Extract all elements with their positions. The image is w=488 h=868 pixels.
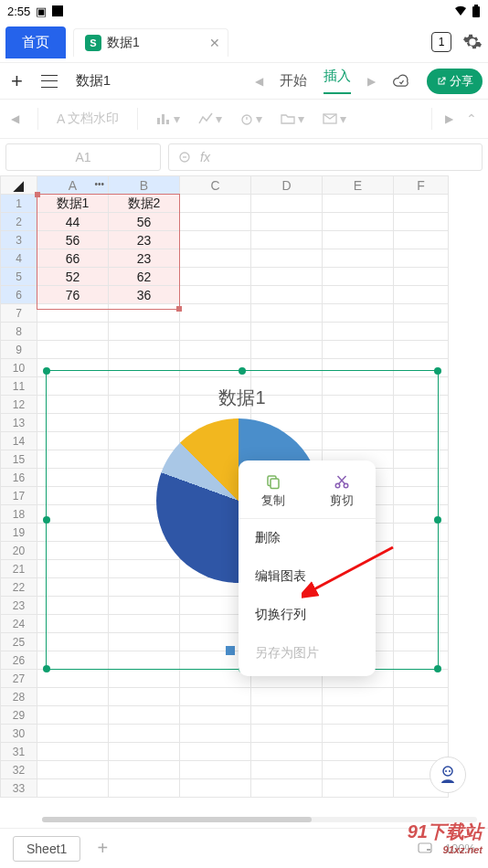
sparkline-button[interactable]: ▾ [198, 111, 222, 126]
cell[interactable]: 52 [37, 268, 109, 286]
row-header[interactable]: 23 [1, 597, 37, 615]
collapse-ribbon[interactable]: ⌃ [466, 111, 477, 126]
cell[interactable] [180, 286, 251, 304]
resize-handle[interactable] [43, 665, 50, 672]
envelope-button[interactable]: ▾ [323, 111, 346, 126]
cell[interactable] [394, 195, 449, 213]
row-header[interactable]: 10 [1, 359, 37, 377]
row-header[interactable]: 9 [1, 341, 37, 359]
tb-prev[interactable]: ◀ [11, 112, 19, 125]
row-header[interactable]: 26 [1, 651, 37, 670]
row-header[interactable]: 12 [1, 396, 37, 414]
cell[interactable] [180, 231, 251, 249]
row-header[interactable]: 21 [1, 560, 37, 578]
ribbon-next[interactable]: ▶ [367, 75, 376, 88]
cell[interactable] [251, 195, 323, 213]
col-header-C[interactable]: C [180, 176, 251, 195]
cell[interactable] [251, 231, 323, 249]
cell[interactable] [251, 286, 323, 304]
cell[interactable] [180, 195, 251, 213]
cell[interactable] [323, 286, 394, 304]
col-header-F[interactable]: F [394, 176, 449, 195]
home-tab[interactable]: 首页 [5, 26, 66, 58]
gear-icon[interactable] [462, 32, 483, 52]
cell[interactable]: 66 [37, 249, 109, 268]
row-header[interactable]: 22 [1, 578, 37, 597]
cell[interactable] [251, 213, 323, 231]
resize-handle[interactable] [434, 665, 441, 672]
row-header[interactable]: 8 [1, 323, 37, 341]
cell[interactable] [251, 268, 323, 286]
cell[interactable] [180, 268, 251, 286]
cell[interactable]: 44 [37, 213, 109, 231]
row-header[interactable]: 16 [1, 469, 37, 487]
cell[interactable]: 23 [109, 249, 180, 268]
cell[interactable] [394, 249, 449, 268]
cell[interactable]: 36 [109, 286, 180, 304]
folder-button[interactable]: ▾ [281, 111, 304, 126]
row-header[interactable]: 27 [1, 670, 37, 688]
doc-name[interactable]: 数据1 [76, 72, 111, 90]
cell[interactable]: 76 [37, 286, 109, 304]
sheet-tab-1[interactable]: Sheet1 [13, 836, 80, 862]
resize-handle[interactable] [239, 367, 246, 375]
row-header[interactable]: 17 [1, 487, 37, 505]
cell[interactable] [323, 195, 394, 213]
cell[interactable] [394, 231, 449, 249]
cell[interactable] [323, 213, 394, 231]
row-header[interactable]: 30 [1, 725, 37, 743]
row-header[interactable]: 3 [1, 231, 37, 249]
watermark-button[interactable]: A 文档水印 [57, 111, 119, 127]
cloud-sync-icon[interactable] [392, 72, 410, 90]
cell[interactable] [394, 213, 449, 231]
formula-input[interactable]: fx [168, 143, 483, 171]
row-header[interactable]: 19 [1, 524, 37, 542]
resize-handle[interactable] [434, 367, 441, 375]
row-header[interactable]: 32 [1, 761, 37, 779]
add-sheet-button[interactable]: + [97, 838, 108, 859]
cell[interactable]: 56 [37, 231, 109, 249]
row-header[interactable]: 20 [1, 542, 37, 560]
name-box[interactable]: A1 [5, 143, 161, 171]
cell[interactable]: 数据1 [37, 195, 109, 213]
cell[interactable] [251, 249, 323, 268]
row-header[interactable]: 18 [1, 505, 37, 524]
cell[interactable] [394, 286, 449, 304]
assistant-avatar[interactable] [430, 757, 466, 793]
col-header-B[interactable]: B [109, 176, 180, 195]
row-header[interactable]: 15 [1, 450, 37, 469]
file-tab[interactable]: S 数据1 ✕ [73, 28, 228, 57]
resize-handle[interactable] [434, 516, 441, 524]
row-header[interactable]: 7 [1, 304, 37, 323]
row-header[interactable]: 1 [1, 195, 37, 213]
cell[interactable]: 23 [109, 231, 180, 249]
row-header[interactable]: 25 [1, 633, 37, 651]
row-header[interactable]: 6 [1, 286, 37, 304]
ribbon-prev[interactable]: ◀ [255, 75, 263, 88]
ctx-copy[interactable]: 复制 [239, 464, 307, 518]
cell[interactable] [180, 249, 251, 268]
cell[interactable] [323, 249, 394, 268]
col-header-D[interactable]: D [251, 176, 323, 195]
menu-start[interactable]: 开始 [280, 72, 307, 90]
cell[interactable] [180, 213, 251, 231]
tb-next[interactable]: ▶ [445, 112, 453, 125]
cell[interactable] [394, 268, 449, 286]
cell[interactable] [323, 268, 394, 286]
row-header[interactable]: 28 [1, 688, 37, 706]
ctx-save-as-picture[interactable]: 另存为图片 [239, 634, 376, 672]
col-header-E[interactable]: E [323, 176, 394, 195]
resize-handle[interactable] [43, 516, 50, 524]
share-button[interactable]: 分享 [427, 69, 483, 94]
col-header-A[interactable]: A••• [37, 176, 109, 195]
open-tabs-count[interactable]: 1 [431, 32, 451, 52]
row-header[interactable]: 11 [1, 377, 37, 396]
close-icon[interactable]: ✕ [209, 36, 220, 50]
cell[interactable]: 62 [109, 268, 180, 286]
row-header[interactable]: 31 [1, 743, 37, 761]
row-header[interactable]: 13 [1, 414, 37, 432]
resize-handle[interactable] [43, 367, 50, 375]
row-header[interactable]: 4 [1, 249, 37, 268]
row-header[interactable]: 29 [1, 706, 37, 725]
row-header[interactable]: 5 [1, 268, 37, 286]
